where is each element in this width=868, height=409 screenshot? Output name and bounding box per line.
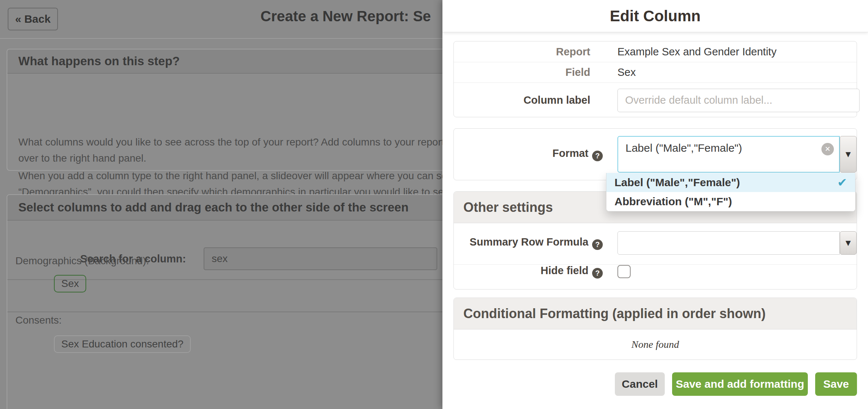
slideover-header: Edit Column <box>442 0 868 32</box>
format-help-icon[interactable] <box>592 151 603 161</box>
summary-help-icon[interactable] <box>592 239 603 250</box>
format-box: Format Label ("Male","Female") <box>453 128 857 180</box>
divider <box>7 312 442 312</box>
step-info-panel: What happens on this step? What columns … <box>7 49 442 171</box>
search-column-input[interactable] <box>204 247 437 270</box>
cancel-button[interactable]: Cancel <box>615 372 665 396</box>
format-option-text: Abbreviation ("M","F") <box>614 195 732 208</box>
back-button[interactable]: « Back <box>8 8 58 30</box>
edit-column-slideover: Edit Column Report Example Sex and Gende… <box>442 0 868 409</box>
column-label-row: Column label <box>454 82 857 118</box>
hide-field-row: Hide field <box>454 264 857 279</box>
summary-row-formula-row: Summary Row Formula <box>454 231 857 255</box>
group-label-demographics: Demographics (Background): <box>15 255 149 267</box>
format-value[interactable]: Label ("Male","Female") <box>617 136 840 173</box>
format-dropdown-toggle[interactable] <box>840 136 857 173</box>
hide-field-help-icon[interactable] <box>592 268 603 279</box>
hide-field-label: Hide field <box>454 265 603 279</box>
format-option-label[interactable]: Label ("Male","Female") <box>606 173 855 192</box>
report-label: Report <box>454 46 603 58</box>
column-label-label: Column label <box>454 94 603 106</box>
step-info-text-line: What columns would you like to see acros… <box>18 136 442 148</box>
summary-formula-input[interactable] <box>617 231 840 255</box>
conditional-empty-note: None found <box>454 329 857 360</box>
group-label-consents: Consents: <box>15 314 62 326</box>
field-label: Field <box>454 66 603 78</box>
conditional-formatting-box: Conditional Formatting (applied in order… <box>453 298 857 360</box>
summary-combobox <box>617 231 857 255</box>
selected-check-icon <box>837 176 847 189</box>
select-columns-panel: Select columns to add and drag each to t… <box>7 194 442 409</box>
format-combobox: Label ("Male","Female") <box>617 136 857 173</box>
clear-format-icon[interactable] <box>821 143 834 155</box>
step-info-title: What happens on this step? <box>7 49 442 74</box>
summary-row-formula-label: Summary Row Formula <box>454 236 603 250</box>
column-label-input[interactable] <box>617 89 860 112</box>
step-info-text-line: When you add a column type to the right … <box>18 170 442 182</box>
save-button[interactable]: Save <box>815 372 857 396</box>
column-meta-box: Report Example Sex and Gender Identity F… <box>453 41 857 117</box>
column-chip-sex[interactable]: Sex <box>54 275 86 292</box>
step-info-text-line: over to the right hand panel. <box>18 152 146 164</box>
select-columns-title: Select columns to add and drag each to t… <box>7 195 442 221</box>
report-value: Example Sex and Gender Identity <box>617 46 777 58</box>
page-title: Create a New Report: Se <box>260 8 431 25</box>
header-divider <box>0 38 442 39</box>
format-row: Format Label ("Male","Female") <box>454 129 857 180</box>
conditional-formatting-title: Conditional Formatting (applied in order… <box>454 298 857 329</box>
summary-dropdown-toggle[interactable] <box>840 231 857 255</box>
dimmed-background-page: « Back Create a New Report: Se What happ… <box>0 0 442 409</box>
column-label-cell <box>617 89 860 112</box>
save-and-add-formatting-button[interactable]: Save and add formatting <box>672 372 808 396</box>
format-option-text: Label ("Male","Female") <box>614 176 740 189</box>
screen: « Back Create a New Report: Se What happ… <box>0 0 868 409</box>
hide-field-checkbox[interactable] <box>617 265 631 278</box>
report-row: Report Example Sex and Gender Identity <box>454 41 857 62</box>
slideover-title: Edit Column <box>610 7 700 25</box>
field-value: Sex <box>617 66 636 78</box>
format-dropdown-list: Label ("Male","Female") Abbreviation ("M… <box>606 173 856 211</box>
format-option-abbreviation[interactable]: Abbreviation ("M","F") <box>606 192 855 211</box>
column-chip-sex-education[interactable]: Sex Education consented? <box>54 335 191 353</box>
field-row: Field Sex <box>454 62 857 82</box>
format-label: Format <box>454 147 603 161</box>
